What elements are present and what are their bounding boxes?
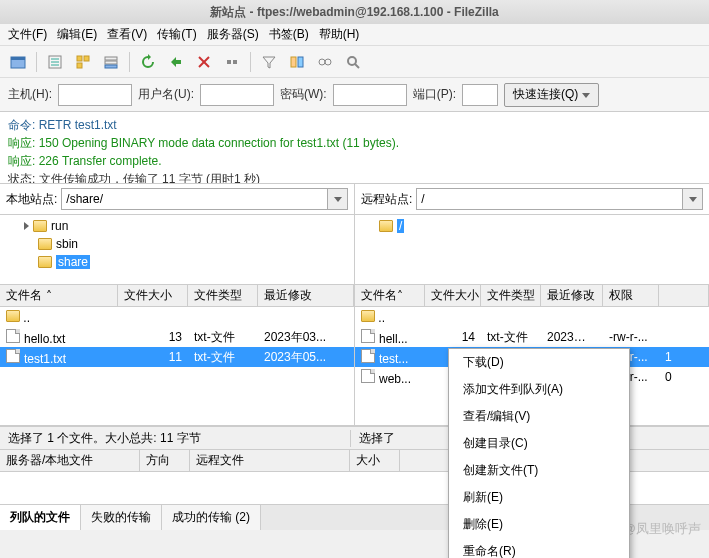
- toggle-queue-button[interactable]: [99, 50, 123, 74]
- ctx-create-dir[interactable]: 创建目录(C): [449, 430, 629, 457]
- col-name[interactable]: 文件名 ˄: [355, 285, 425, 306]
- cancel-button[interactable]: [192, 50, 216, 74]
- folder-icon: [38, 256, 52, 268]
- tab-failed[interactable]: 失败的传输: [81, 505, 162, 530]
- host-input[interactable]: [58, 84, 132, 106]
- toggle-tree-button[interactable]: [71, 50, 95, 74]
- svg-rect-1: [11, 57, 25, 60]
- ctx-view-edit[interactable]: 查看/编辑(V): [449, 403, 629, 430]
- menu-view[interactable]: 查看(V): [103, 24, 151, 45]
- col-remote-file[interactable]: 远程文件: [190, 450, 350, 471]
- folder-icon: [6, 310, 20, 322]
- user-input[interactable]: [200, 84, 274, 106]
- ctx-rename[interactable]: 重命名(R): [449, 538, 629, 558]
- svg-rect-14: [227, 60, 231, 64]
- remote-site-label: 远程站点:: [361, 191, 412, 208]
- chevron-down-icon: [334, 197, 342, 202]
- svg-rect-11: [105, 65, 117, 68]
- svg-line-21: [355, 64, 359, 68]
- col-size[interactable]: 文件大小: [118, 285, 188, 306]
- remote-path-input[interactable]: [416, 188, 683, 210]
- site-manager-button[interactable]: [6, 50, 30, 74]
- file-row-parent[interactable]: ..: [0, 307, 354, 327]
- context-menu: 下载(D) 添加文件到队列(A) 查看/编辑(V) 创建目录(C) 创建新文件(…: [448, 348, 630, 558]
- col-direction[interactable]: 方向: [140, 450, 190, 471]
- ctx-refresh[interactable]: 刷新(E): [449, 484, 629, 511]
- remote-tree[interactable]: /: [355, 215, 709, 285]
- refresh-button[interactable]: [136, 50, 160, 74]
- col-perm[interactable]: 权限: [603, 285, 659, 306]
- chevron-down-icon: [689, 197, 697, 202]
- file-row-parent[interactable]: ..: [355, 307, 709, 327]
- local-path-dropdown[interactable]: [328, 188, 348, 210]
- tab-successful[interactable]: 成功的传输 (2): [162, 505, 261, 530]
- file-row-selected[interactable]: test1.txt 11 txt-文件 2023年05...: [0, 347, 354, 367]
- remote-tree-selected[interactable]: /: [397, 219, 404, 233]
- menu-help[interactable]: 帮助(H): [315, 24, 364, 45]
- file-row[interactable]: hello.txt 13 txt-文件 2023年03...: [0, 327, 354, 347]
- log-status: 状态: 文件传输成功，传输了 11 字节 (用时1 秒): [8, 170, 701, 184]
- local-tree[interactable]: run sbin share: [0, 215, 354, 285]
- remote-path-dropdown[interactable]: [683, 188, 703, 210]
- menu-file[interactable]: 文件(F): [4, 24, 51, 45]
- col-server-local[interactable]: 服务器/本地文件: [0, 450, 140, 471]
- toolbar: [0, 46, 709, 78]
- local-selection-status: 选择了 1 个文件。大小总共: 11 字节: [8, 430, 350, 447]
- col-type[interactable]: 文件类型: [188, 285, 258, 306]
- col-size[interactable]: 大小: [350, 450, 400, 471]
- svg-rect-8: [77, 63, 82, 68]
- file-icon: [361, 369, 375, 383]
- search-button[interactable]: [341, 50, 365, 74]
- quickconnect-button[interactable]: 快速连接(Q): [504, 83, 599, 107]
- col-name[interactable]: 文件名 ˄: [0, 285, 118, 306]
- svg-rect-10: [105, 61, 117, 64]
- ctx-download[interactable]: 下载(D): [449, 349, 629, 376]
- file-icon: [361, 349, 375, 363]
- col-mtime[interactable]: 最近修改: [541, 285, 603, 306]
- menu-bookmark[interactable]: 书签(B): [265, 24, 313, 45]
- local-tree-selected[interactable]: share: [56, 255, 90, 269]
- remote-column-headers: 文件名 ˄ 文件大小 文件类型 最近修改 权限: [355, 285, 709, 307]
- menu-bar: 文件(F) 编辑(E) 查看(V) 传输(T) 服务器(S) 书签(B) 帮助(…: [0, 24, 709, 46]
- ctx-create-file[interactable]: 创建新文件(T): [449, 457, 629, 484]
- file-row[interactable]: hell... 14 txt-文件 2023年0... -rw-r-...: [355, 327, 709, 347]
- file-icon: [361, 329, 375, 343]
- svg-point-18: [319, 59, 325, 65]
- quickconnect-bar: 主机(H): 用户名(U): 密码(W): 端口(P): 快速连接(Q): [0, 78, 709, 112]
- svg-rect-15: [233, 60, 237, 64]
- col-type[interactable]: 文件类型: [481, 285, 541, 306]
- folder-icon: [38, 238, 52, 250]
- folder-icon: [33, 220, 47, 232]
- svg-rect-9: [105, 57, 117, 60]
- disconnect-button[interactable]: [220, 50, 244, 74]
- pass-label: 密码(W):: [280, 86, 327, 103]
- ctx-add-to-queue[interactable]: 添加文件到队列(A): [449, 376, 629, 403]
- menu-edit[interactable]: 编辑(E): [53, 24, 101, 45]
- toggle-log-button[interactable]: [43, 50, 67, 74]
- expand-icon[interactable]: [24, 222, 29, 230]
- tab-queued[interactable]: 列队的文件: [0, 505, 81, 530]
- local-path-input[interactable]: [61, 188, 328, 210]
- ctx-delete[interactable]: 删除(E): [449, 511, 629, 538]
- log-response: 响应: 226 Transfer complete.: [8, 152, 701, 170]
- file-icon: [6, 349, 20, 363]
- svg-point-19: [325, 59, 331, 65]
- compare-button[interactable]: [285, 50, 309, 74]
- process-queue-button[interactable]: [164, 50, 188, 74]
- local-site-bar: 本地站点:: [0, 184, 354, 215]
- user-label: 用户名(U):: [138, 86, 194, 103]
- sync-browse-button[interactable]: [313, 50, 337, 74]
- menu-transfer[interactable]: 传输(T): [153, 24, 200, 45]
- menu-server[interactable]: 服务器(S): [203, 24, 263, 45]
- port-label: 端口(P):: [413, 86, 456, 103]
- local-file-list[interactable]: .. hello.txt 13 txt-文件 2023年03... test1.…: [0, 307, 354, 425]
- col-mtime[interactable]: 最近修改: [258, 285, 354, 306]
- host-label: 主机(H):: [8, 86, 52, 103]
- port-input[interactable]: [462, 84, 498, 106]
- col-extra[interactable]: [659, 285, 709, 306]
- window-title: 新站点 - ftpes://webadmin@192.168.1.100 - F…: [8, 4, 701, 21]
- col-size[interactable]: 文件大小: [425, 285, 481, 306]
- filter-button[interactable]: [257, 50, 281, 74]
- password-input[interactable]: [333, 84, 407, 106]
- folder-icon: [361, 310, 375, 322]
